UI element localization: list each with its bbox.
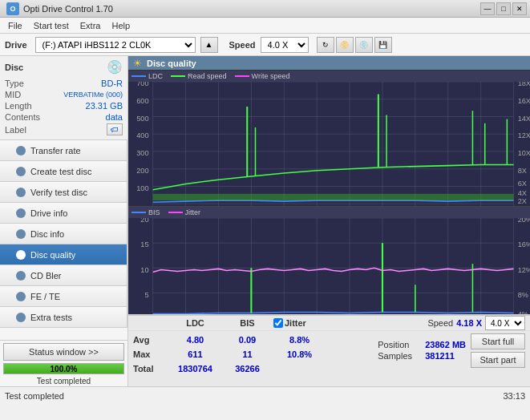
stats-total-bis: 36266: [221, 364, 273, 374]
svg-text:15: 15: [140, 241, 148, 249]
bottom-time: 33:13: [503, 391, 525, 401]
sidebar: Disc 💿 Type BD-R MID VERBATIMe (000) Len…: [0, 56, 128, 386]
svg-text:18X: 18X: [518, 82, 530, 87]
disc-type-label: Type: [5, 79, 24, 88]
svg-text:200: 200: [136, 167, 148, 175]
svg-text:4X: 4X: [518, 189, 527, 197]
stats-total-label: Total: [133, 364, 169, 374]
stats-max-row: Max 611 11 10.8%: [133, 347, 368, 361]
speed-select[interactable]: 4.0 X: [261, 37, 309, 53]
stats-bar: LDC BIS Jitter Speed 4.18 X 4.0 X: [128, 314, 530, 386]
nav-disc-info[interactable]: Disc info: [0, 224, 127, 244]
main-panel: ☀ Disc quality LDC Read speed: [128, 56, 530, 386]
eject-button[interactable]: ▲: [200, 37, 218, 53]
svg-text:10X: 10X: [518, 149, 530, 157]
drive-select[interactable]: (F:) ATAPI iHBS112 2 CL0K: [35, 37, 196, 53]
stats-avg-bis: 0.09: [221, 335, 273, 345]
read-button[interactable]: 📀: [336, 37, 354, 53]
nav-cd-bler[interactable]: CD Bler: [0, 265, 127, 286]
nav-extra-tests[interactable]: Extra tests: [0, 307, 127, 328]
app-icon: O: [6, 2, 19, 15]
close-button[interactable]: ✕: [512, 2, 527, 15]
disc-panel: Disc 💿 Type BD-R MID VERBATIMe (000) Len…: [0, 56, 127, 140]
write-button[interactable]: 💿: [355, 37, 373, 53]
disc-label-label: Label: [5, 125, 26, 135]
disc-length-row: Length 23.31 GB: [5, 100, 123, 111]
nav-verify-test-disc[interactable]: Verify test disc: [0, 182, 127, 203]
nav-drive-info[interactable]: Drive info: [0, 203, 127, 224]
legend-bis: BIS: [131, 208, 160, 216]
svg-rect-0: [128, 82, 530, 206]
upper-chart-svg: 700 600 500 400 300 200 100 18X 16X 14X …: [128, 82, 530, 206]
refresh-button[interactable]: ↻: [317, 37, 334, 53]
stats-jitter-header: Jitter: [285, 318, 306, 328]
nav-create-test-disc[interactable]: Create test disc: [0, 161, 127, 182]
stats-total-ldc: 1830764: [169, 364, 221, 374]
svg-text:14X: 14X: [518, 115, 530, 123]
legend-write-speed: Write speed: [235, 72, 290, 80]
stats-speed-select[interactable]: 4.0 X: [485, 316, 525, 330]
nav-transfer-rate[interactable]: Transfer rate: [0, 140, 127, 161]
svg-text:20: 20: [140, 218, 148, 224]
stats-max-label: Max: [133, 349, 169, 359]
stats-avg-label: Avg: [133, 335, 169, 345]
disc-length-value: 23.31 GB: [86, 101, 123, 111]
menu-start-test[interactable]: Start test: [29, 19, 74, 32]
disc-panel-title: Disc: [5, 63, 23, 72]
jitter-checkbox[interactable]: [273, 318, 283, 328]
status-text: Test completed: [0, 376, 127, 386]
disc-label-button[interactable]: 🏷: [107, 123, 123, 135]
svg-rect-56: [128, 218, 530, 314]
disc-icon: 💿: [107, 59, 123, 75]
disc-contents-value: data: [106, 112, 123, 122]
minimize-button[interactable]: —: [480, 2, 495, 15]
disc-label-row: Label 🏷: [5, 123, 123, 136]
app-title: Opti Drive Control 1.70: [23, 4, 113, 14]
stats-avg-row: Avg 4.80 0.09 8.8%: [133, 333, 368, 347]
status-window-button[interactable]: Status window >>: [3, 343, 124, 361]
stats-max-jitter: 10.8%: [273, 349, 326, 359]
stats-ldc-header: LDC: [169, 318, 221, 328]
titlebar-buttons: — □ ✕: [480, 2, 527, 15]
menubar: File Start test Extra Help: [0, 18, 530, 34]
legend-jitter: Jitter: [168, 208, 201, 216]
stats-speed-display: 4.18 X: [456, 318, 482, 328]
svg-text:20%: 20%: [518, 218, 530, 224]
svg-text:8%: 8%: [518, 291, 528, 299]
menu-extra[interactable]: Extra: [75, 19, 106, 32]
legend-ldc: LDC: [131, 72, 163, 80]
svg-text:16%: 16%: [518, 241, 530, 249]
svg-text:600: 600: [136, 97, 148, 105]
nav-disc-quality[interactable]: Disc quality: [0, 244, 127, 265]
svg-text:2X: 2X: [518, 197, 527, 205]
panel-icon: ☀: [133, 58, 142, 69]
menu-help[interactable]: Help: [107, 19, 135, 32]
disc-contents-label: Contents: [5, 112, 40, 122]
stats-bis-header: BIS: [221, 318, 273, 328]
panel-header: ☀ Disc quality: [128, 56, 530, 71]
samples-value: 381211: [425, 351, 455, 361]
titlebar: O Opti Drive Control 1.70 — □ ✕: [0, 0, 530, 18]
svg-text:12%: 12%: [518, 266, 530, 274]
progress-bar: 100.0%: [3, 363, 124, 374]
svg-text:10: 10: [140, 266, 148, 274]
start-part-button[interactable]: Start part: [471, 352, 525, 368]
disc-mid-label: MID: [5, 90, 21, 99]
svg-text:700: 700: [136, 82, 148, 87]
drivebar: Drive (F:) ATAPI iHBS112 2 CL0K ▲ Speed …: [0, 34, 530, 56]
svg-text:100: 100: [136, 184, 148, 192]
disc-length-label: Length: [5, 101, 32, 111]
svg-text:400: 400: [136, 131, 148, 139]
disc-type-value: BD-R: [101, 79, 123, 88]
nav-fe-te[interactable]: FE / TE: [0, 286, 127, 307]
svg-text:4%: 4%: [518, 310, 528, 314]
svg-text:8X: 8X: [518, 167, 527, 175]
maximize-button[interactable]: □: [496, 2, 511, 15]
stats-avg-jitter: 8.8%: [273, 335, 326, 345]
menu-file[interactable]: File: [3, 19, 27, 32]
save-button[interactable]: 💾: [374, 37, 392, 53]
legend-read-speed: Read speed: [171, 72, 227, 80]
start-full-button[interactable]: Start full: [471, 333, 525, 349]
bottom-bar: Test completed 33:13: [0, 386, 530, 404]
stats-total-row: Total 1830764 36266: [133, 361, 368, 376]
